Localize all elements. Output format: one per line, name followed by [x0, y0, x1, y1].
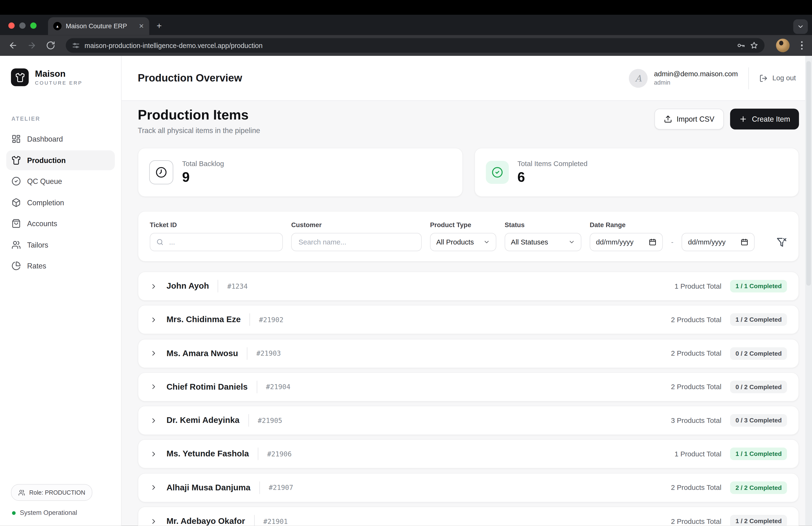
browser-tab[interactable]: ▲ Maison Couture ERP ✕ [48, 17, 149, 35]
date-range-label: Date Range [590, 222, 663, 229]
sidebar-item-label: Production [27, 156, 66, 164]
divider [247, 347, 247, 360]
browser-profile-avatar[interactable] [776, 39, 789, 52]
chevron-right-icon[interactable] [150, 282, 158, 290]
user-role: admin [654, 79, 738, 86]
stat-value: 6 [517, 169, 588, 185]
import-csv-button[interactable]: Import CSV [654, 109, 724, 129]
customer-list: John Ayoh #1234 1 Product Total 1 / 1 Co… [138, 272, 799, 526]
sidebar-item-accounts[interactable]: Accounts [6, 214, 115, 233]
status-select[interactable]: All Statuses [505, 233, 581, 251]
ticket-id: #21904 [266, 383, 290, 391]
customer-row[interactable]: Dr. Kemi Adeyinka #21905 3 Products Tota… [138, 406, 799, 435]
chevron-right-icon[interactable] [150, 484, 158, 492]
clear-filters-button[interactable] [777, 233, 787, 251]
sidebar-item-label: Tailors [27, 240, 48, 249]
customer-field[interactable] [298, 238, 416, 246]
window-controls[interactable] [8, 23, 37, 29]
customer-row[interactable]: Mrs. Chidinma Eze #21902 2 Products Tota… [138, 305, 799, 334]
ticket-id: #1234 [227, 282, 248, 290]
customer-row[interactable]: Ms. Yetunde Fashola #21906 1 Product Tot… [138, 440, 799, 469]
customer-row[interactable]: Mr. Adebayo Okafor #21901 2 Products Tot… [138, 507, 799, 526]
shirt-icon [15, 72, 25, 82]
address-bar[interactable]: maison-production-intelligence-demo.verc… [66, 38, 764, 53]
scrollbar-thumb[interactable] [806, 61, 811, 286]
chevron-down-icon [797, 23, 804, 30]
user-avatar: A [629, 69, 648, 87]
chevron-right-icon[interactable] [150, 383, 158, 391]
screen: ▲ Maison Couture ERP ✕ + maison-producti… [0, 0, 812, 526]
date-end-input[interactable]: dd/mm/yyyy [682, 233, 755, 251]
ticket-id-field[interactable] [168, 238, 277, 246]
divider [218, 280, 218, 293]
status-dot-icon [12, 511, 16, 515]
forward-button[interactable] [27, 41, 37, 50]
sidebar-item-qc-queue[interactable]: QC Queue [6, 171, 115, 191]
window-minimize-button[interactable] [19, 23, 25, 29]
sidebar-section-label: ATELIER [11, 115, 115, 122]
brand-logo [11, 68, 29, 86]
logout-button[interactable]: Log out [759, 74, 796, 82]
users-icon [11, 240, 21, 250]
chevron-right-icon[interactable] [150, 316, 158, 324]
customer-row[interactable]: Alhaji Musa Danjuma #21907 2 Products To… [138, 473, 799, 502]
plus-icon [739, 115, 747, 123]
status-label: Status [505, 222, 581, 229]
calendar-icon[interactable] [741, 238, 749, 246]
sidebar-item-completion[interactable]: Completion [6, 193, 115, 212]
window-zoom-button[interactable] [30, 23, 36, 29]
date-start-input[interactable]: dd/mm/yyyy [590, 233, 663, 251]
customer-row[interactable]: John Ayoh #1234 1 Product Total 1 / 1 Co… [138, 272, 799, 301]
date-end-placeholder: dd/mm/yyyy [688, 238, 726, 246]
divider [254, 515, 254, 526]
password-key-icon[interactable] [737, 41, 745, 49]
tab-search-button[interactable] [793, 19, 808, 34]
sidebar: Maison COUTURE ERP ATELIER Dashboard Pro… [0, 56, 121, 526]
customer-row[interactable]: Chief Rotimi Daniels #21904 2 Products T… [138, 372, 799, 401]
page-scrollbar[interactable] [806, 56, 812, 526]
ticket-id: #21907 [269, 484, 293, 492]
site-settings-icon[interactable] [72, 42, 80, 49]
chevron-right-icon[interactable] [150, 416, 158, 424]
brand-name: Maison [35, 69, 82, 79]
reload-button[interactable] [46, 41, 55, 50]
customer-name: Dr. Kemi Adeyinka [166, 416, 240, 425]
product-total: 2 Products Total [671, 316, 721, 324]
date-start-placeholder: dd/mm/yyyy [596, 238, 634, 246]
customer-row[interactable]: Ms. Amara Nwosu #21903 2 Products Total … [138, 339, 799, 368]
chevron-right-icon[interactable] [150, 450, 158, 458]
product-type-select[interactable]: All Products [430, 233, 496, 251]
divider [748, 67, 749, 89]
browser-menu-icon[interactable] [801, 41, 803, 49]
sidebar-item-rates[interactable]: Rates [6, 256, 115, 276]
window-close-button[interactable] [8, 23, 14, 29]
pie-chart-icon [11, 261, 21, 271]
completion-badge: 0 / 3 Completed [730, 414, 787, 427]
bookmark-star-icon[interactable] [750, 41, 758, 49]
sidebar-item-label: Rates [27, 261, 46, 270]
completion-badge: 1 / 2 Completed [730, 515, 787, 526]
sidebar-item-dashboard[interactable]: Dashboard [6, 129, 115, 149]
product-total: 2 Products Total [671, 383, 721, 391]
new-tab-button[interactable]: + [157, 20, 162, 32]
chevron-right-icon[interactable] [150, 517, 158, 525]
sidebar-item-tailors[interactable]: Tailors [6, 235, 115, 255]
sidebar-item-label: QC Queue [27, 177, 62, 185]
browser-toolbar: maison-production-intelligence-demo.verc… [0, 35, 812, 56]
ticket-id-input[interactable] [150, 233, 283, 251]
logout-icon [759, 74, 768, 82]
back-button[interactable] [8, 41, 18, 50]
status-value: All Statuses [511, 238, 548, 246]
tab-close-icon[interactable]: ✕ [139, 23, 144, 30]
calendar-icon[interactable] [649, 238, 656, 246]
divider [248, 414, 249, 427]
customer-name: Mr. Adebayo Okafor [166, 516, 245, 526]
app-page: Maison COUTURE ERP ATELIER Dashboard Pro… [0, 56, 812, 526]
chevron-right-icon[interactable] [150, 350, 158, 357]
sidebar-item-production[interactable]: Production [6, 150, 115, 170]
customer-input[interactable] [291, 233, 422, 251]
chevron-down-icon [568, 239, 575, 245]
customer-name: Mrs. Chidinma Eze [166, 315, 241, 325]
create-item-button[interactable]: Create Item [730, 109, 799, 129]
customer-name: Alhaji Musa Danjuma [166, 483, 250, 493]
